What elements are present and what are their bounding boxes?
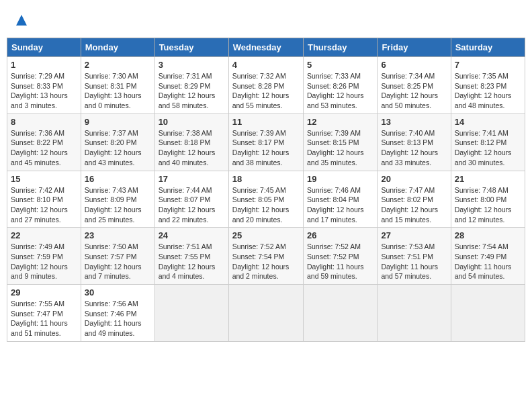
day-number: 8 [11, 117, 77, 127]
col-tuesday: Tuesday [154, 38, 228, 57]
col-thursday: Thursday [303, 38, 377, 57]
day-16: 16 Sunrise: 7:43 AMSunset: 8:09 PMDaylig… [81, 171, 154, 228]
day-info: Sunrise: 7:46 AMSunset: 8:04 PMDaylight:… [307, 186, 364, 224]
week-row-4: 22 Sunrise: 7:49 AMSunset: 7:59 PMDaylig… [7, 228, 525, 285]
day-number: 29 [11, 287, 77, 298]
day-number: 24 [159, 230, 225, 240]
day-info: Sunrise: 7:44 AMSunset: 8:07 PMDaylight:… [159, 186, 216, 224]
day-info: Sunrise: 7:35 AMSunset: 8:23 PMDaylight:… [455, 72, 512, 109]
week-row-1: 1 Sunrise: 7:29 AMSunset: 8:33 PMDayligh… [7, 57, 525, 114]
day-info: Sunrise: 7:54 AMSunset: 7:49 PMDaylight:… [455, 242, 512, 280]
day-info: Sunrise: 7:52 AMSunset: 7:54 PMDaylight:… [232, 242, 290, 280]
day-info: Sunrise: 7:41 AMSunset: 8:12 PMDaylight:… [455, 129, 512, 167]
day-info: Sunrise: 7:45 AMSunset: 8:05 PMDaylight:… [232, 186, 290, 224]
day-20: 20 Sunrise: 7:47 AMSunset: 8:02 PMDaylig… [378, 171, 451, 228]
logo [13, 13, 28, 31]
day-number: 12 [307, 117, 373, 127]
day-info: Sunrise: 7:43 AMSunset: 8:09 PMDaylight:… [85, 186, 142, 224]
day-15: 15 Sunrise: 7:42 AMSunset: 8:10 PMDaylig… [7, 171, 81, 228]
day-10: 10 Sunrise: 7:38 AMSunset: 8:18 PMDaylig… [154, 113, 228, 171]
day-7: 7 Sunrise: 7:35 AMSunset: 8:23 PMDayligh… [451, 57, 525, 114]
day-info: Sunrise: 7:50 AMSunset: 7:57 PMDaylight:… [85, 242, 142, 280]
empty-cell [154, 285, 228, 342]
col-monday: Monday [81, 38, 154, 57]
day-number: 20 [381, 174, 447, 184]
day-28: 28 Sunrise: 7:54 AMSunset: 7:49 PMDaylig… [451, 228, 525, 285]
day-18: 18 Sunrise: 7:45 AMSunset: 8:05 PMDaylig… [228, 171, 303, 228]
day-11: 11 Sunrise: 7:39 AMSunset: 8:17 PMDaylig… [228, 113, 303, 171]
day-4: 4 Sunrise: 7:32 AMSunset: 8:28 PMDayligh… [228, 57, 303, 114]
week-row-3: 15 Sunrise: 7:42 AMSunset: 8:10 PMDaylig… [7, 171, 525, 228]
empty-cell [451, 285, 525, 342]
day-19: 19 Sunrise: 7:46 AMSunset: 8:04 PMDaylig… [303, 171, 377, 228]
col-saturday: Saturday [451, 38, 525, 57]
logo-icon [15, 13, 28, 27]
day-number: 22 [11, 230, 77, 240]
calendar-header-row: Sunday Monday Tuesday Wednesday Thursday… [7, 38, 525, 57]
day-info: Sunrise: 7:48 AMSunset: 8:00 PMDaylight:… [455, 186, 512, 224]
day-27: 27 Sunrise: 7:53 AMSunset: 7:51 PMDaylig… [378, 228, 451, 285]
day-13: 13 Sunrise: 7:40 AMSunset: 8:13 PMDaylig… [378, 113, 451, 171]
day-1: 1 Sunrise: 7:29 AMSunset: 8:33 PMDayligh… [7, 57, 81, 114]
day-info: Sunrise: 7:36 AMSunset: 8:22 PMDaylight:… [11, 129, 68, 167]
day-info: Sunrise: 7:42 AMSunset: 8:10 PMDaylight:… [11, 186, 68, 224]
day-6: 6 Sunrise: 7:34 AMSunset: 8:25 PMDayligh… [378, 57, 451, 114]
calendar-table: Sunday Monday Tuesday Wednesday Thursday… [7, 38, 525, 342]
day-22: 22 Sunrise: 7:49 AMSunset: 7:59 PMDaylig… [7, 228, 81, 285]
day-info: Sunrise: 7:49 AMSunset: 7:59 PMDaylight:… [11, 242, 68, 280]
week-row-5: 29 Sunrise: 7:55 AMSunset: 7:47 PMDaylig… [7, 285, 525, 342]
day-24: 24 Sunrise: 7:51 AMSunset: 7:55 PMDaylig… [154, 228, 228, 285]
day-17: 17 Sunrise: 7:44 AMSunset: 8:07 PMDaylig… [154, 171, 228, 228]
day-number: 13 [381, 117, 447, 127]
day-info: Sunrise: 7:52 AMSunset: 7:52 PMDaylight:… [307, 242, 364, 280]
day-info: Sunrise: 7:53 AMSunset: 7:51 PMDaylight:… [381, 242, 438, 280]
day-2: 2 Sunrise: 7:30 AMSunset: 8:31 PMDayligh… [81, 57, 154, 114]
day-number: 3 [159, 60, 225, 70]
day-info: Sunrise: 7:51 AMSunset: 7:55 PMDaylight:… [159, 242, 216, 280]
day-30: 30 Sunrise: 7:56 AMSunset: 7:46 PMDaylig… [81, 285, 154, 342]
day-26: 26 Sunrise: 7:52 AMSunset: 7:52 PMDaylig… [303, 228, 377, 285]
empty-cell [303, 285, 377, 342]
day-number: 9 [85, 117, 151, 127]
day-info: Sunrise: 7:33 AMSunset: 8:26 PMDaylight:… [307, 72, 364, 109]
col-friday: Friday [378, 38, 451, 57]
empty-cell [228, 285, 303, 342]
day-info: Sunrise: 7:40 AMSunset: 8:13 PMDaylight:… [381, 129, 438, 167]
day-info: Sunrise: 7:39 AMSunset: 8:15 PMDaylight:… [307, 129, 364, 167]
day-number: 26 [307, 230, 373, 240]
day-12: 12 Sunrise: 7:39 AMSunset: 8:15 PMDaylig… [303, 113, 377, 171]
day-number: 15 [11, 174, 77, 184]
day-info: Sunrise: 7:47 AMSunset: 8:02 PMDaylight:… [381, 186, 438, 224]
col-sunday: Sunday [7, 38, 81, 57]
empty-cell [378, 285, 451, 342]
day-info: Sunrise: 7:38 AMSunset: 8:18 PMDaylight:… [159, 129, 216, 167]
day-number: 25 [232, 230, 300, 240]
svg-marker-0 [16, 15, 27, 26]
day-number: 1 [11, 60, 77, 70]
day-23: 23 Sunrise: 7:50 AMSunset: 7:57 PMDaylig… [81, 228, 154, 285]
day-info: Sunrise: 7:37 AMSunset: 8:20 PMDaylight:… [85, 129, 142, 167]
day-info: Sunrise: 7:34 AMSunset: 8:25 PMDaylight:… [381, 72, 438, 109]
col-wednesday: Wednesday [228, 38, 303, 57]
page-header [7, 7, 525, 34]
day-number: 18 [232, 174, 300, 184]
day-number: 14 [455, 117, 521, 127]
day-info: Sunrise: 7:30 AMSunset: 8:31 PMDaylight:… [85, 72, 142, 109]
calendar-body: 1 Sunrise: 7:29 AMSunset: 8:33 PMDayligh… [7, 57, 525, 342]
day-number: 21 [455, 174, 521, 184]
day-9: 9 Sunrise: 7:37 AMSunset: 8:20 PMDayligh… [81, 113, 154, 171]
day-number: 19 [307, 174, 373, 184]
day-number: 6 [381, 60, 447, 70]
day-info: Sunrise: 7:55 AMSunset: 7:47 PMDaylight:… [11, 300, 68, 337]
day-info: Sunrise: 7:29 AMSunset: 8:33 PMDaylight:… [11, 72, 68, 109]
day-number: 5 [307, 60, 373, 70]
day-number: 23 [85, 230, 151, 240]
day-number: 28 [455, 230, 521, 240]
day-5: 5 Sunrise: 7:33 AMSunset: 8:26 PMDayligh… [303, 57, 377, 114]
day-number: 16 [85, 174, 151, 184]
day-number: 10 [159, 117, 225, 127]
day-14: 14 Sunrise: 7:41 AMSunset: 8:12 PMDaylig… [451, 113, 525, 171]
day-3: 3 Sunrise: 7:31 AMSunset: 8:29 PMDayligh… [154, 57, 228, 114]
day-number: 4 [232, 60, 300, 70]
day-29: 29 Sunrise: 7:55 AMSunset: 7:47 PMDaylig… [7, 285, 81, 342]
